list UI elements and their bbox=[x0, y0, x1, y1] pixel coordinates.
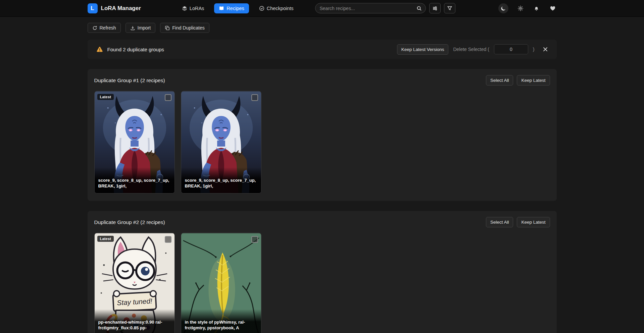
heart-icon[interactable] bbox=[549, 4, 557, 12]
app-logo[interactable]: L bbox=[88, 3, 98, 13]
warning-icon bbox=[96, 46, 103, 53]
group-title: Duplicate Group #1 (2 recipes) bbox=[94, 77, 165, 84]
app-title: LoRA Manager bbox=[101, 5, 141, 12]
duplicate-icon bbox=[165, 25, 170, 31]
latest-badge: Latest bbox=[97, 236, 114, 242]
find-duplicates-button[interactable]: Find Duplicates bbox=[160, 23, 209, 33]
card-caption: score_9, score_8_up, score_7_up, BREAK, … bbox=[95, 167, 175, 193]
card-checkbox[interactable] bbox=[251, 236, 258, 243]
select-all-button[interactable]: Select All bbox=[486, 217, 513, 227]
banner-message: Found 2 duplicate groups bbox=[107, 47, 164, 52]
keep-latest-button[interactable]: Keep Latest bbox=[517, 75, 550, 86]
nav-tabs: LoRAs Recipes Checkpoints bbox=[181, 3, 295, 13]
recipe-card[interactable]: Latest score_9, score_8_up, score_7_up, … bbox=[94, 91, 175, 193]
sliders-icon[interactable] bbox=[429, 3, 441, 13]
card-caption: pp-enchanted-whimsy:0.90 ral-frctlgmtry_… bbox=[95, 309, 175, 333]
keep-latest-button[interactable]: Keep Latest bbox=[517, 217, 550, 227]
duplicate-group-1: Duplicate Group #1 (2 recipes) Select Al… bbox=[88, 69, 557, 201]
select-all-button[interactable]: Select All bbox=[486, 75, 513, 86]
search-icon[interactable] bbox=[415, 4, 424, 13]
keep-latest-versions-button[interactable]: Keep Latest Versions bbox=[397, 44, 449, 55]
tab-label: Checkpoints bbox=[267, 6, 294, 11]
latest-badge: Latest bbox=[97, 94, 114, 100]
card-caption: score_9, score_8_up, score_7_up, BREAK, … bbox=[181, 167, 261, 193]
delete-selected-suffix: ) bbox=[533, 47, 535, 52]
card-checkbox[interactable] bbox=[251, 94, 258, 101]
import-label: Import bbox=[138, 25, 151, 31]
moon-icon[interactable] bbox=[498, 3, 508, 13]
tab-loras[interactable]: LoRAs bbox=[181, 3, 206, 13]
recipe-card[interactable]: score_9, score_8_up, score_7_up, BREAK, … bbox=[181, 91, 261, 193]
recipe-card[interactable]: in the style of ppWhimsy, ral-frctlgmtry… bbox=[181, 233, 261, 333]
search-input[interactable] bbox=[320, 6, 415, 11]
tab-label: Recipes bbox=[227, 6, 244, 11]
card-caption: in the style of ppWhimsy, ral-frctlgmtry… bbox=[181, 309, 261, 333]
refresh-button[interactable]: Refresh bbox=[88, 23, 121, 33]
layers-icon bbox=[182, 6, 187, 11]
import-icon bbox=[130, 25, 135, 31]
recipe-card[interactable]: Latest pp-enchanted-whimsy:0.90 ral-frct… bbox=[94, 233, 175, 333]
close-icon[interactable] bbox=[543, 47, 548, 52]
tab-recipes[interactable]: Recipes bbox=[214, 3, 249, 13]
card-grid: Latest pp-enchanted-whimsy:0.90 ral-frct… bbox=[94, 233, 550, 333]
delete-count-input[interactable] bbox=[494, 44, 528, 54]
bell-icon[interactable] bbox=[533, 4, 541, 12]
tab-label: LoRAs bbox=[190, 6, 204, 11]
book-icon bbox=[219, 6, 224, 11]
card-grid: Latest score_9, score_8_up, score_7_up, … bbox=[94, 91, 550, 193]
main-content: Refresh Import Find Duplicates Found 2 d… bbox=[88, 23, 557, 333]
duplicate-group-2: Duplicate Group #2 (2 recipes) Select Al… bbox=[88, 211, 557, 333]
tab-checkpoints[interactable]: Checkpoints bbox=[258, 3, 295, 13]
refresh-label: Refresh bbox=[100, 25, 116, 31]
funnel-icon[interactable] bbox=[444, 3, 455, 13]
search-box bbox=[315, 3, 426, 13]
card-checkbox[interactable] bbox=[165, 236, 171, 243]
toolbar: Refresh Import Find Duplicates bbox=[88, 23, 557, 33]
navbar: L LoRA Manager LoRAs Recipes Checkpoints bbox=[0, 0, 644, 17]
find-duplicates-label: Find Duplicates bbox=[172, 25, 205, 31]
duplicates-banner: Found 2 duplicate groups Keep Latest Ver… bbox=[88, 40, 557, 59]
delete-selected-prefix: Delete Selected ( bbox=[453, 47, 489, 52]
gear-icon[interactable] bbox=[516, 4, 525, 12]
checkpoint-icon bbox=[259, 6, 264, 11]
card-checkbox[interactable] bbox=[165, 94, 171, 101]
nav-right-icons bbox=[498, 3, 557, 13]
refresh-icon bbox=[92, 25, 97, 31]
import-button[interactable]: Import bbox=[126, 23, 156, 33]
group-title: Duplicate Group #2 (2 recipes) bbox=[94, 219, 165, 225]
